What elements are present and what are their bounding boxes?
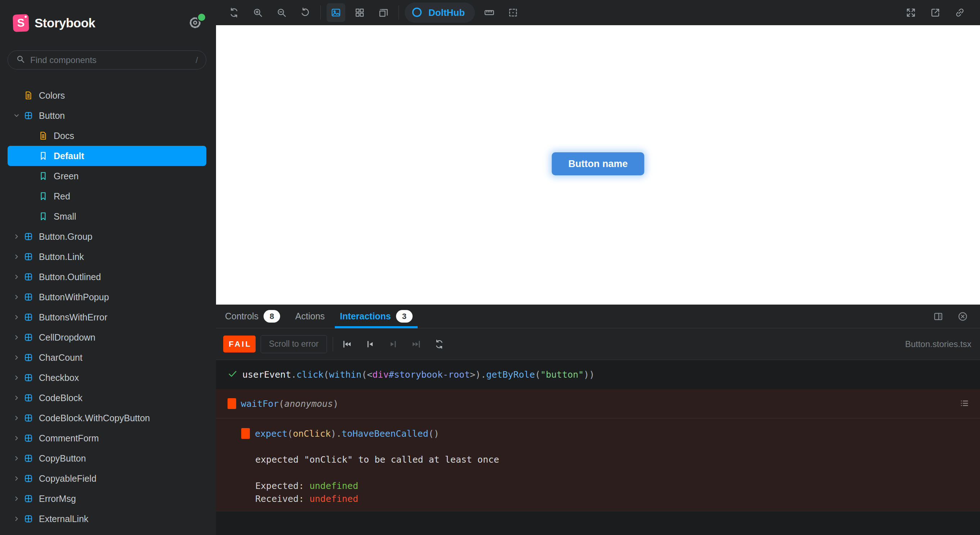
interaction-row-pass[interactable]: userEvent.click(within(<div#storybook-ro… xyxy=(216,360,980,389)
view-mode-controls xyxy=(326,3,393,22)
sidebar-item-button-group[interactable]: Button.Group xyxy=(8,226,206,247)
step-back-icon[interactable] xyxy=(362,336,379,352)
sidebar-item-label: ButtonWithPopup xyxy=(39,292,109,303)
sidebar-item-codeblock[interactable]: CodeBlock xyxy=(8,388,206,408)
received-value: undefined xyxy=(310,494,358,504)
chevron-right-icon xyxy=(13,455,24,462)
chevron-right-icon xyxy=(13,253,24,260)
chevron-right-icon xyxy=(13,354,24,361)
storybook-home-link[interactable]: S Storybook xyxy=(13,14,95,32)
refresh-icon[interactable] xyxy=(225,3,243,22)
close-icon[interactable] xyxy=(955,309,970,324)
interaction-code: expect(onClick).toHaveBeenCalled() xyxy=(255,428,439,439)
panel-tab-icons xyxy=(930,309,970,324)
sidebar-item-colors[interactable]: Colors xyxy=(8,85,206,105)
status-badge: FAIL xyxy=(223,336,256,352)
component-icon xyxy=(24,312,34,322)
panel-position-icon[interactable] xyxy=(930,309,946,324)
ruler-icon[interactable] xyxy=(480,3,499,22)
component-tree: ColorsButtonDocsDefaultGreenRedSmallButt… xyxy=(0,85,216,529)
sidebar-item-commentform[interactable]: CommentForm xyxy=(8,428,206,448)
sidebar-item-small[interactable]: Small xyxy=(8,206,206,226)
sidebar-item-codeblock-withcopybutton[interactable]: CodeBlock.WithCopyButton xyxy=(8,408,206,428)
storybook-app: S Storybook Find components / ColorsButt… xyxy=(0,0,980,535)
panel-tabs: Controls8ActionsInteractions3 xyxy=(225,304,413,328)
sidebar-item-celldropdown[interactable]: CellDropdown xyxy=(8,327,206,347)
fail-square-icon xyxy=(228,398,236,409)
grid-icon[interactable] xyxy=(350,3,369,22)
interaction-row-waitfor[interactable]: waitFor(anonymous) xyxy=(216,389,980,418)
chevron-right-icon xyxy=(13,515,24,522)
zoom-out-icon[interactable] xyxy=(272,3,291,22)
doc-icon xyxy=(24,91,34,100)
doc-icon xyxy=(38,131,49,140)
export-icon[interactable] xyxy=(926,3,945,22)
sidebar-item-red[interactable]: Red xyxy=(8,186,206,206)
sidebar-item-label: Default xyxy=(54,151,84,161)
search-input[interactable]: Find components / xyxy=(8,50,206,70)
dolthub-label: DoltHub xyxy=(428,7,465,18)
tab-interactions[interactable]: Interactions3 xyxy=(340,304,413,328)
sidebar-item-label: CodeBlock xyxy=(39,393,83,403)
scroll-to-error-button[interactable]: Scroll to error xyxy=(261,335,327,353)
received-label: Received: xyxy=(255,494,310,504)
sidebar-item-green[interactable]: Green xyxy=(8,166,206,186)
sidebar-item-label: Button.Outlined xyxy=(39,272,101,282)
search-shortcut-hint: / xyxy=(196,55,198,65)
measure-controls xyxy=(480,3,522,22)
sidebar-item-docs[interactable]: Docs xyxy=(8,126,206,146)
story-preview-button[interactable]: Button name xyxy=(552,152,644,175)
sidebar-item-label: Colors xyxy=(39,90,65,101)
expected-label: Expected: xyxy=(255,481,310,491)
sidebar-item-label: ErrorMsg xyxy=(39,494,76,504)
sidebar-item-buttonswitherror[interactable]: ButtonsWithError xyxy=(8,307,206,327)
failure-detail: expect(onClick).toHaveBeenCalled() expec… xyxy=(216,418,980,511)
sidebar-item-checkbox[interactable]: Checkbox xyxy=(8,368,206,388)
toolbar-divider xyxy=(399,5,399,20)
chevron-right-icon xyxy=(13,394,24,401)
dolthub-theme-button[interactable]: DoltHub xyxy=(405,3,475,23)
outline-icon[interactable] xyxy=(504,3,522,22)
sidebar-item-charcount[interactable]: CharCount xyxy=(8,347,206,368)
tab-actions[interactable]: Actions xyxy=(295,304,325,328)
sidebar-item-button-link[interactable]: Button.Link xyxy=(8,247,206,267)
sidebar-item-label: CharCount xyxy=(39,352,83,363)
sidebar-item-label: CommentForm xyxy=(39,433,99,444)
sidebar-item-label: Button xyxy=(39,110,65,121)
component-icon xyxy=(24,413,34,423)
settings-gear-button[interactable] xyxy=(187,15,203,31)
chevron-right-icon xyxy=(13,314,24,321)
fullscreen-icon[interactable] xyxy=(902,3,920,22)
rerun-icon[interactable] xyxy=(431,336,447,352)
toolbar-divider xyxy=(320,5,321,20)
tab-label: Actions xyxy=(295,311,325,322)
image-icon[interactable] xyxy=(326,3,345,22)
component-icon xyxy=(24,252,34,261)
sidebar-item-copybutton[interactable]: CopyButton xyxy=(8,448,206,468)
check-icon xyxy=(228,369,238,381)
zoom-in-icon[interactable] xyxy=(248,3,267,22)
panel-filler xyxy=(216,511,980,535)
sidebar-item-buttonwithpopup[interactable]: ButtonWithPopup xyxy=(8,287,206,307)
chevron-right-icon xyxy=(13,374,24,381)
go-start-icon[interactable] xyxy=(339,336,355,352)
chevron-down-icon xyxy=(13,112,24,119)
link-icon[interactable] xyxy=(950,3,969,22)
tab-controls[interactable]: Controls8 xyxy=(225,304,280,328)
bookmark-icon xyxy=(38,191,49,201)
tab-count-badge: 3 xyxy=(396,310,413,323)
zoom-reset-icon[interactable] xyxy=(296,3,315,22)
addon-panel: Controls8ActionsInteractions3 FAIL Scrol… xyxy=(216,304,980,535)
sidebar-item-default[interactable]: Default xyxy=(8,146,206,166)
sidebar-item-button-outlined[interactable]: Button.Outlined xyxy=(8,267,206,287)
chevron-right-icon xyxy=(13,495,24,502)
sidebar-item-externallink[interactable]: ExternalLink xyxy=(8,509,206,529)
stacked-icon[interactable] xyxy=(374,3,393,22)
zoom-controls xyxy=(225,3,315,22)
interaction-code: userEvent.click(within(<div#storybook-ro… xyxy=(242,369,594,380)
sidebar-item-button[interactable]: Button xyxy=(8,105,206,126)
list-icon[interactable] xyxy=(959,398,970,410)
sidebar-item-errormsg[interactable]: ErrorMsg xyxy=(8,489,206,509)
sidebar-item-copyablefield[interactable]: CopyableField xyxy=(8,468,206,489)
interaction-row-expect[interactable]: expect(onClick).toHaveBeenCalled() xyxy=(216,418,980,449)
